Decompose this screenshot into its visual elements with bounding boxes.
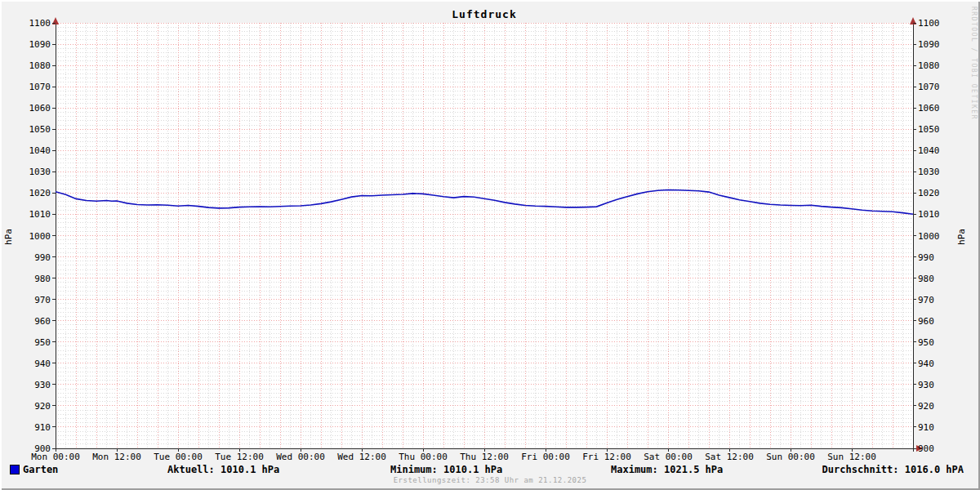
svg-text:1080: 1080 xyxy=(918,60,940,71)
svg-text:900: 900 xyxy=(918,443,934,454)
svg-text:Thu 00:00: Thu 00:00 xyxy=(399,452,448,462)
y-axis-arrow-left xyxy=(52,17,59,24)
svg-text:970: 970 xyxy=(34,295,51,305)
svg-text:950: 950 xyxy=(918,337,934,348)
svg-text:940: 940 xyxy=(918,359,934,369)
pressure-chart: 9009009109109209209309309409409509509609… xyxy=(0,0,980,490)
svg-text:1080: 1080 xyxy=(29,60,51,71)
svg-text:930: 930 xyxy=(34,380,51,390)
svg-text:1000: 1000 xyxy=(29,231,51,242)
svg-text:1010: 1010 xyxy=(918,209,940,220)
svg-text:950: 950 xyxy=(34,337,51,348)
svg-text:910: 910 xyxy=(34,422,51,433)
svg-text:Mon 00:00: Mon 00:00 xyxy=(31,452,80,462)
y-axis-label-left: hPa xyxy=(3,229,14,245)
svg-text:Thu 12:00: Thu 12:00 xyxy=(460,452,509,462)
svg-text:Wed 12:00: Wed 12:00 xyxy=(337,452,386,462)
svg-text:920: 920 xyxy=(918,401,934,412)
svg-text:Tue 00:00: Tue 00:00 xyxy=(154,452,203,462)
svg-text:1100: 1100 xyxy=(29,18,51,29)
svg-text:1070: 1070 xyxy=(918,82,940,92)
legend-row: Garten Aktuell: 1010.1 hPa Minimum: 1010… xyxy=(0,464,980,477)
stat-minimum: Minimum: 1010.1 hPa xyxy=(390,464,502,475)
svg-text:1050: 1050 xyxy=(29,124,51,135)
svg-text:930: 930 xyxy=(918,380,934,390)
svg-text:990: 990 xyxy=(34,252,51,263)
svg-text:1030: 1030 xyxy=(918,167,940,177)
svg-text:Sun 12:00: Sun 12:00 xyxy=(827,452,876,462)
y-axis-arrow-right xyxy=(910,17,916,24)
stat-aktuell: Aktuell: 1010.1 hPa xyxy=(167,464,279,475)
series-color-swatch xyxy=(10,465,20,474)
svg-text:960: 960 xyxy=(34,316,51,327)
svg-text:1050: 1050 xyxy=(918,124,940,135)
svg-text:Sat 00:00: Sat 00:00 xyxy=(644,452,693,462)
svg-text:1090: 1090 xyxy=(29,39,51,50)
svg-text:Mon 12:00: Mon 12:00 xyxy=(92,452,141,462)
svg-text:1030: 1030 xyxy=(29,167,51,177)
svg-text:1090: 1090 xyxy=(918,39,940,50)
svg-text:1020: 1020 xyxy=(29,188,51,198)
svg-text:960: 960 xyxy=(918,316,934,327)
stat-durchschnitt: Durchschnitt: 1016.0 hPA xyxy=(822,464,964,475)
svg-text:1060: 1060 xyxy=(29,103,51,114)
svg-text:1000: 1000 xyxy=(918,231,940,242)
svg-text:980: 980 xyxy=(918,274,934,284)
svg-text:920: 920 xyxy=(34,401,51,412)
y-axis-label-right: hPa xyxy=(956,229,967,245)
svg-text:Sun 00:00: Sun 00:00 xyxy=(766,452,815,462)
svg-text:990: 990 xyxy=(918,252,934,263)
svg-text:1040: 1040 xyxy=(918,145,940,156)
rrdtool-graph: Luftdruck 900900910910920920930930940940… xyxy=(0,0,980,490)
svg-text:1020: 1020 xyxy=(918,188,940,198)
stat-maximum: Maximum: 1021.5 hPa xyxy=(611,464,723,475)
svg-text:Fri 12:00: Fri 12:00 xyxy=(582,452,631,462)
svg-text:1010: 1010 xyxy=(29,209,51,220)
svg-text:910: 910 xyxy=(918,422,934,433)
svg-text:Tue 12:00: Tue 12:00 xyxy=(215,452,264,462)
svg-text:940: 940 xyxy=(34,359,51,369)
svg-text:1060: 1060 xyxy=(918,103,940,114)
svg-text:980: 980 xyxy=(34,274,51,284)
svg-text:1100: 1100 xyxy=(918,18,940,29)
svg-text:Sat 12:00: Sat 12:00 xyxy=(705,452,754,462)
svg-text:1040: 1040 xyxy=(29,145,51,156)
creation-time-note: Erstellungszeit: 23:58 Uhr am 21.12.2025 xyxy=(0,476,980,484)
svg-text:1070: 1070 xyxy=(29,82,51,92)
svg-text:970: 970 xyxy=(918,295,934,305)
svg-text:Fri 00:00: Fri 00:00 xyxy=(521,452,570,462)
series-label: Garten xyxy=(23,464,58,475)
svg-text:Wed 00:00: Wed 00:00 xyxy=(276,452,325,462)
rrdtool-watermark: RRDTOOL / TOBI OETIKER xyxy=(970,7,978,120)
